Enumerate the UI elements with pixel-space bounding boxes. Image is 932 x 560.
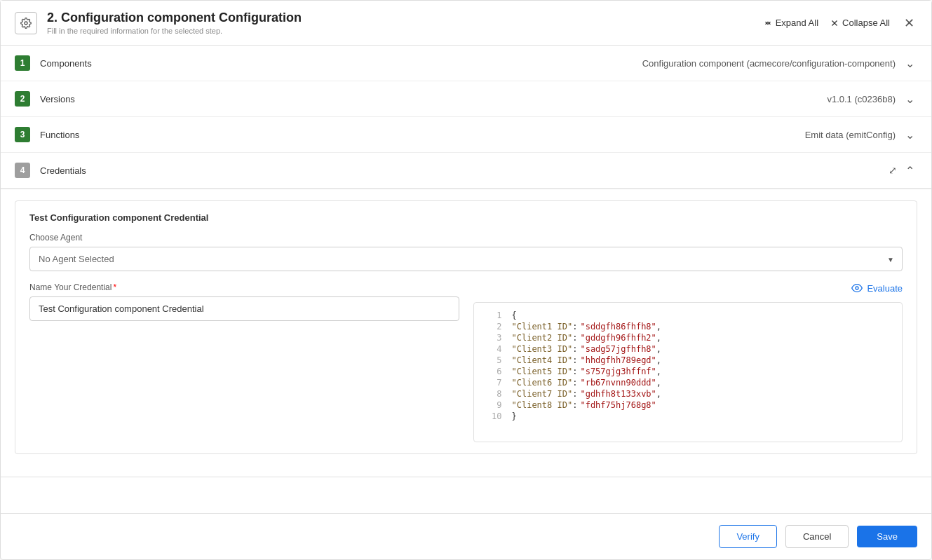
svg-point-0 <box>25 22 27 25</box>
agent-select[interactable]: No Agent Selected <box>29 247 903 271</box>
modal-title: 2. Configuration component Configuration <box>47 11 763 25</box>
step-credentials-actions: ⤢ ⌃ <box>889 164 917 177</box>
modal-footer: Verify Cancel Save <box>1 513 931 559</box>
credential-name-input[interactable] <box>29 296 459 321</box>
credential-bottom: Name Your Credential* Evaluate <box>29 282 903 442</box>
save-button[interactable]: Save <box>857 526 917 547</box>
json-line-6: 6 "Client5 ID":"s757gjg3hffnf", <box>474 366 903 377</box>
credentials-content: Test Configuration component Credential … <box>1 189 931 477</box>
gear-icon <box>15 12 37 34</box>
expand-all-label: Expand All <box>776 18 818 28</box>
step-row-components: 1 Components Configuration component (ac… <box>1 46 931 81</box>
step-label-credentials: Credentials <box>40 165 889 176</box>
evaluate-area: Evaluate <box>473 282 903 298</box>
cancel-button[interactable]: Cancel <box>785 525 849 548</box>
expand-all-button[interactable]: Expand All <box>763 18 818 28</box>
step-chevron-components[interactable]: ⌄ <box>903 57 917 70</box>
step-chevron-functions[interactable]: ⌄ <box>903 128 917 142</box>
modal-container: 2. Configuration component Configuration… <box>0 0 932 560</box>
steps-list: 1 Components Configuration component (ac… <box>1 46 931 189</box>
evaluate-label: Evaluate <box>867 283 903 294</box>
eye-icon <box>851 282 863 294</box>
step-number-1: 1 <box>15 55 30 71</box>
collapse-all-button[interactable]: Collapse All <box>830 18 890 28</box>
step-row-credentials: 4 Credentials ⤢ ⌃ <box>1 153 931 189</box>
modal-header: 2. Configuration component Configuration… <box>1 1 931 46</box>
verify-button[interactable]: Verify <box>719 525 777 548</box>
step-number-3: 3 <box>15 127 30 142</box>
json-line-8: 8 "Client7 ID":"gdhfh8t133xvb", <box>474 388 903 399</box>
choose-agent-label: Choose Agent <box>29 233 903 243</box>
fullscreen-icon[interactable]: ⤢ <box>889 165 897 176</box>
json-line-5: 5 "Client4 ID":"hhdgfhh789egd", <box>474 355 903 366</box>
modal-header-text: 2. Configuration component Configuration… <box>47 11 763 35</box>
json-editor[interactable]: 1 { 2 "Client1 ID":"sddgfh86fhfh8", 3 "C… <box>473 302 903 442</box>
credential-card: Test Configuration component Credential … <box>15 200 917 454</box>
step-chevron-credentials[interactable]: ⌃ <box>903 164 917 177</box>
collapse-all-label: Collapse All <box>842 18 890 28</box>
svg-point-3 <box>856 287 858 289</box>
json-line-10: 10 } <box>474 411 903 422</box>
evaluate-button[interactable]: Evaluate <box>851 282 903 294</box>
json-line-1: 1 { <box>474 310 903 321</box>
step-chevron-versions[interactable]: ⌄ <box>903 93 917 106</box>
credential-name-section: Name Your Credential* <box>29 282 459 442</box>
modal-subtitle: Fill in the required information for the… <box>47 27 763 35</box>
modal-header-actions: Expand All Collapse All ✕ <box>763 15 917 31</box>
step-value-components: Configuration component (acmecore/config… <box>642 58 896 69</box>
step-value-functions: Emit data (emitConfig) <box>805 130 896 140</box>
agent-select-wrapper[interactable]: No Agent Selected <box>29 247 903 271</box>
json-line-7: 7 "Client6 ID":"rb67nvnn90ddd", <box>474 377 903 388</box>
credential-name-label: Name Your Credential* <box>29 282 459 292</box>
json-line-2: 2 "Client1 ID":"sddgfh86fhfh8", <box>474 321 903 332</box>
step-number-4: 4 <box>15 163 30 178</box>
step-value-versions: v1.0.1 (c0236b8) <box>827 94 896 104</box>
step-label-functions: Functions <box>40 130 805 140</box>
required-star: * <box>113 282 116 292</box>
json-line-9: 9 "Client8 ID":"fdhf75hj768g8" <box>474 399 903 411</box>
credential-card-title: Test Configuration component Credential <box>29 212 903 223</box>
step-row-functions: 3 Functions Emit data (emitConfig) ⌄ <box>1 117 931 153</box>
step-row-versions: 2 Versions v1.0.1 (c0236b8) ⌄ <box>1 81 931 117</box>
json-line-3: 3 "Client2 ID":"gddgfh96fhfh2", <box>474 332 903 343</box>
close-button[interactable]: ✕ <box>901 15 917 31</box>
step-number-2: 2 <box>15 91 30 107</box>
json-line-4: 4 "Client3 ID":"sadg57jgfhfh8", <box>474 343 903 355</box>
step-label-components: Components <box>40 58 642 69</box>
step-label-versions: Versions <box>40 94 827 104</box>
credential-json-section: Evaluate 1 { 2 "Client1 ID":"sddgfh86fhf… <box>473 282 903 442</box>
